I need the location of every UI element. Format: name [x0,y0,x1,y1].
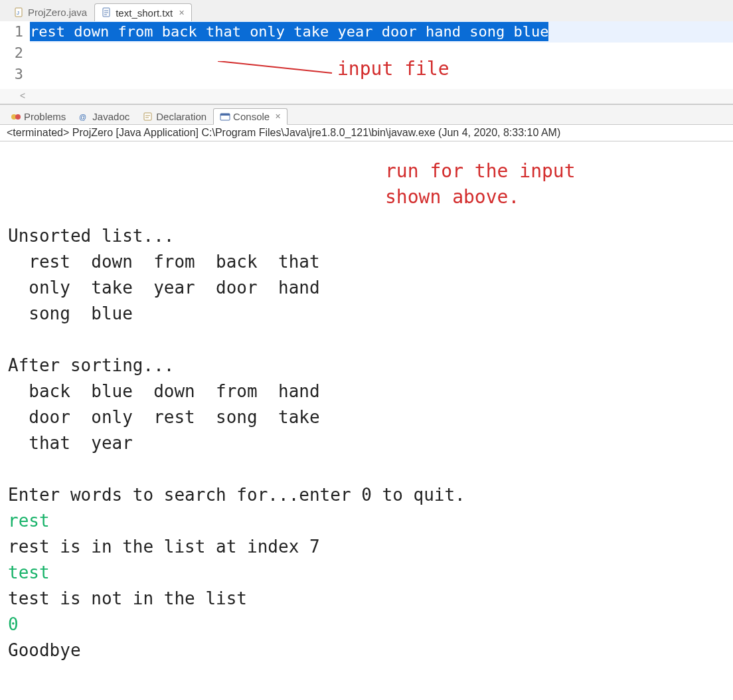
console-program-output: Goodbye [8,640,81,660]
code-line[interactable] [30,43,733,64]
console-output[interactable]: run for the input shown above. Unsorted … [0,141,733,667]
console-program-output: only take year door hand [8,278,320,298]
editor-tab-label: text_short.txt [116,7,173,19]
tab-problems[interactable]: Problems [4,108,72,124]
console-user-input: rest [8,511,50,531]
console-program-output: door only rest song take [8,407,320,427]
console-program-output: After sorting... [8,355,174,375]
console-user-input: 0 [8,614,19,634]
tab-label: Declaration [156,111,206,122]
console-icon [220,112,230,122]
editor-tab-bar: J ProjZero.java text_short.txt ✕ [0,0,733,21]
editor-tab-textshort[interactable]: text_short.txt ✕ [94,3,192,22]
svg-text:J: J [17,10,19,16]
editor-tab-label: ProjZero.java [28,7,87,18]
close-icon[interactable]: ✕ [179,9,185,17]
problems-icon [11,112,21,122]
annotation-run: run for the input shown above. [385,158,576,210]
svg-rect-10 [144,113,151,120]
view-tab-bar: Problems @ Javadoc Declaration Console ✕ [0,105,733,125]
console-program-output: rest is in the list at index 7 [8,537,320,557]
tab-javadoc[interactable]: @ Javadoc [72,108,136,124]
console-program-output: that year [8,433,133,453]
tab-label: Console [233,111,270,122]
java-file-icon: J [14,7,25,18]
line-number: 2 [0,43,23,64]
console-user-input: test [8,563,50,582]
tab-console[interactable]: Console ✕ [213,108,287,125]
code-line[interactable] [30,64,733,85]
javadoc-icon: @ [79,112,90,122]
tab-label: Problems [24,111,66,122]
line-number: 1 [0,21,23,43]
svg-rect-14 [220,114,230,116]
svg-point-8 [15,114,21,120]
console-program-output: song blue [8,304,133,323]
horizontal-scroll-left-icon[interactable]: < [0,89,733,104]
bottom-views-pane: Problems @ Javadoc Declaration Console ✕… [0,104,733,667]
console-program-output: back blue down from hand [8,381,320,401]
console-program-output: Unsorted list... [8,226,174,246]
close-icon[interactable]: ✕ [275,112,281,121]
line-number: 3 [0,64,23,85]
text-file-icon [102,7,112,18]
code-area[interactable]: rest down from back that only take year … [30,21,733,85]
editor-body[interactable]: 1 2 3 rest down from back that only take… [0,21,733,89]
editor-tab-projzero[interactable]: J ProjZero.java [7,3,94,21]
console-status-line: <terminated> ProjZero [Java Application]… [0,125,733,141]
selected-text[interactable]: rest down from back that only take year … [30,22,548,41]
editor-pane: J ProjZero.java text_short.txt ✕ 1 2 3 r… [0,0,733,104]
line-gutter: 1 2 3 [0,21,30,85]
tab-label: Javadoc [92,111,129,122]
console-program-output: rest down from back that [8,252,320,272]
tab-declaration[interactable]: Declaration [136,108,213,124]
code-line[interactable]: rest down from back that only take year … [30,21,733,43]
console-program-output: Enter words to search for...enter 0 to q… [8,485,465,505]
declaration-icon [143,112,153,122]
console-program-output: test is not in the list [8,588,247,608]
svg-text:@: @ [79,113,86,121]
